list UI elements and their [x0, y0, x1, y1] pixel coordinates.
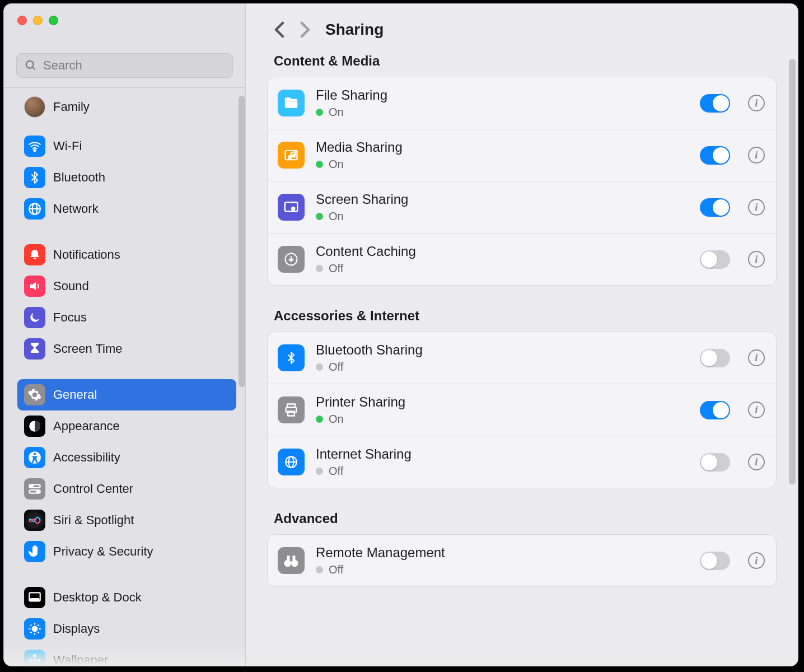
sidebar-item-desktop[interactable]: Desktop & Dock: [17, 582, 236, 613]
zoom-window-button[interactable]: [49, 16, 58, 25]
sidebar-item-focus[interactable]: Focus: [17, 302, 236, 333]
content-scrollbar[interactable]: [789, 59, 796, 484]
sidebar-item-wallpaper[interactable]: Wallpaper: [17, 645, 236, 666]
card: File SharingOniMedia SharingOniScreen Sh…: [267, 77, 777, 286]
card: Remote ManagementOffi: [267, 534, 777, 587]
toggle-internet-sharing[interactable]: [700, 453, 730, 472]
svg-point-27: [33, 654, 37, 658]
info-button-media-sharing[interactable]: i: [748, 147, 765, 164]
status-label: Off: [329, 262, 343, 275]
toggle-file-sharing[interactable]: [700, 94, 730, 113]
sidebar-item-label: Privacy & Security: [53, 544, 153, 559]
toggle-bluetooth-sharing[interactable]: [700, 349, 730, 367]
row-status: On: [316, 210, 689, 223]
sidebar-list: FamilyWi-FiBluetoothNetworkNotifications…: [4, 88, 245, 666]
sidebar-item-network[interactable]: Network: [17, 193, 236, 225]
row-content-caching: Content CachingOffi: [268, 233, 776, 285]
back-button[interactable]: [274, 21, 285, 38]
status-dot: [316, 566, 323, 573]
binoculars-icon: [278, 547, 305, 574]
info-button-screen-sharing[interactable]: i: [748, 199, 765, 216]
row-text: Internet SharingOff: [316, 446, 689, 478]
svg-point-11: [30, 485, 32, 487]
svg-point-2: [34, 150, 35, 151]
sidebar-item-label: Accessibility: [53, 450, 120, 465]
svg-point-45: [291, 560, 298, 567]
section-title: Content & Media: [274, 53, 777, 69]
dock-icon: [24, 587, 45, 608]
row-status: Off: [316, 262, 689, 275]
status-dot: [316, 468, 323, 475]
sidebar-item-general[interactable]: General: [17, 379, 236, 410]
sidebar-item-label: Desktop & Dock: [53, 590, 142, 605]
svg-rect-35: [285, 202, 298, 211]
close-window-button[interactable]: [17, 16, 27, 25]
row-screen-sharing: Screen SharingOni: [268, 181, 776, 233]
svg-line-23: [38, 632, 39, 633]
sidebar-item-accessibility[interactable]: Accessibility: [17, 442, 236, 473]
sidebar-item-sound[interactable]: Sound: [17, 270, 236, 302]
toggle-screen-sharing[interactable]: [700, 198, 730, 217]
info-button-printer-sharing[interactable]: i: [748, 402, 765, 418]
row-text: Bluetooth SharingOff: [316, 342, 689, 374]
sidebar-item-screentime[interactable]: Screen Time: [17, 333, 236, 365]
svg-rect-47: [293, 556, 296, 561]
minimize-window-button[interactable]: [33, 16, 43, 25]
row-title: Internet Sharing: [316, 446, 689, 462]
sidebar-item-notifications[interactable]: Notifications: [17, 239, 236, 270]
sidebar-item-controlcenter[interactable]: Control Center: [17, 473, 236, 505]
sidebar-item-siri[interactable]: Siri & Spotlight: [17, 505, 236, 536]
sidebar-item-label: Screen Time: [53, 342, 123, 356]
info-button-internet-sharing[interactable]: i: [748, 454, 765, 470]
sidebar-item-appearance[interactable]: Appearance: [17, 410, 236, 442]
content-scroll: Content & MediaFile SharingOniMedia Shar…: [246, 53, 798, 666]
sidebar-item-label: Notifications: [53, 248, 120, 262]
row-status: On: [316, 106, 689, 119]
toggle-media-sharing[interactable]: [700, 146, 730, 165]
accessibility-icon: [24, 447, 45, 468]
sidebar-scrollbar[interactable]: [239, 96, 245, 387]
hourglass-icon: [24, 338, 45, 360]
svg-line-25: [30, 632, 31, 633]
info-button-content-caching[interactable]: i: [748, 251, 765, 268]
sidebar-item-privacy[interactable]: Privacy & Security: [17, 536, 236, 567]
globe-icon: [24, 198, 45, 220]
screen-icon: [278, 194, 305, 221]
search-field[interactable]: [16, 53, 233, 78]
wifi-icon: [24, 136, 45, 157]
sidebar-item-family[interactable]: Family: [17, 91, 236, 123]
page-title: Sharing: [325, 21, 384, 39]
moon-icon: [24, 307, 45, 328]
bell-icon: [24, 244, 45, 265]
folder-icon: [278, 90, 305, 116]
toggle-printer-sharing[interactable]: [700, 401, 730, 419]
status-label: On: [329, 413, 344, 426]
svg-point-9: [34, 452, 36, 455]
sidebar-item-label: Family: [53, 100, 90, 114]
row-title: Content Caching: [316, 244, 689, 259]
svg-rect-6: [34, 258, 36, 259]
printer-icon: [278, 396, 305, 423]
siri-icon: [24, 510, 45, 531]
toggle-content-caching[interactable]: [700, 250, 730, 269]
info-button-bluetooth-sharing[interactable]: i: [748, 349, 765, 366]
sidebar-item-displays[interactable]: Displays: [17, 613, 236, 645]
sidebar-item-label: Network: [53, 202, 99, 216]
status-label: On: [329, 106, 344, 119]
status-label: Off: [329, 465, 343, 478]
download-icon: [278, 246, 305, 273]
svg-point-26: [33, 659, 37, 662]
search-input[interactable]: [43, 58, 225, 73]
row-status: On: [316, 158, 689, 171]
svg-point-28: [33, 662, 37, 666]
row-text: Remote ManagementOff: [316, 545, 689, 576]
sun-icon: [24, 618, 45, 640]
info-button-file-sharing[interactable]: i: [748, 95, 765, 111]
section-accessories-internet: Accessories & InternetBluetooth SharingO…: [267, 308, 777, 488]
sidebar-item-label: General: [53, 388, 97, 402]
sidebar-item-bluetooth[interactable]: Bluetooth: [17, 162, 236, 193]
toggle-remote-management[interactable]: [700, 552, 730, 570]
svg-rect-16: [30, 599, 39, 600]
info-button-remote-management[interactable]: i: [748, 552, 765, 569]
sidebar-item-wifi[interactable]: Wi-Fi: [17, 130, 236, 162]
